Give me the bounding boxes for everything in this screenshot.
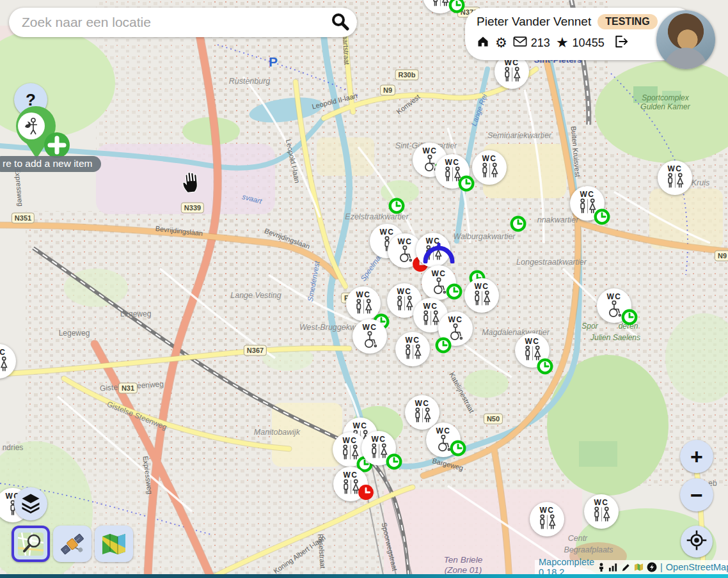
marker-male-female[interactable]: WC [658,160,692,195]
marker-clock-green[interactable] [510,215,526,232]
marker-wc-label: WC [353,422,368,430]
marker-wc-label: WC [607,293,622,301]
marker-wc-label: WC [668,165,683,173]
marker-male-female[interactable]: WC [333,467,368,501]
marker-wc-label: WC [343,437,358,444]
home-icon[interactable] [477,35,489,51]
zoom-in-button[interactable]: + [680,440,713,473]
add-item-tooltip: re to add a new item [0,156,101,172]
marker-male-female[interactable]: WC [464,278,499,313]
mapcomplete-app: Brugge- Sint-PietersRustenburgSint-Gilli… [0,0,728,578]
marker-male-female[interactable]: WC [530,502,564,536]
marker-male-female[interactable]: WC [361,431,396,465]
attribution-separator: | [660,562,663,572]
hand-cursor-icon [180,171,202,197]
marker-wc-label: WC [363,324,377,331]
marker-wc-label: WC [432,270,447,277]
messages-icon[interactable] [513,36,527,51]
search-bar [9,8,357,37]
marker-wc-label: WC [415,400,430,407]
search-input[interactable] [20,14,330,31]
marker-wc-label: WC [406,336,420,344]
testing-badge: TESTING [597,14,657,29]
marker-wheelchair[interactable]: WC [438,311,473,346]
marker-wc-label: WC [423,147,438,155]
zoom-out-button[interactable]: − [680,478,713,512]
marker-male-female[interactable]: WC [395,332,430,366]
marker-male-female[interactable]: WC [515,333,550,368]
badge-clock-green [386,453,402,470]
statistics-icon[interactable] [608,563,618,572]
geolocate-button[interactable] [681,526,713,558]
osm-link[interactable]: OpenStreetMap [666,562,728,572]
changeset-count[interactable]: 10455 [573,36,605,50]
marker-wc-label: WC [380,228,395,236]
badge-clock-red [358,484,374,501]
badge-clock-green [435,337,452,354]
message-count[interactable]: 213 [531,36,550,50]
basemap-option-satellite[interactable] [53,526,91,562]
marker-wc-label: WC [398,238,413,246]
marker-male-female[interactable]: WC [346,286,381,321]
brand-progress-bar [0,574,728,578]
marker-wc-label: WC [445,159,460,166]
basemap-switcher [12,526,133,562]
badge-clock-green [621,309,638,325]
basemap-option-map-with-search[interactable] [12,526,50,562]
marker-wheelchair[interactable]: WC [422,265,456,300]
marker-wc-label: WC [397,288,412,295]
star-icon: ★ [556,35,569,51]
marker-male-female[interactable]: WC [0,344,16,379]
attribution-bar: Mapcomplete 0.18.2 | OpenStreetMap [535,560,728,574]
marker-wc-label: WC [482,155,497,162]
marker-clock-green[interactable] [458,175,475,192]
logout-icon[interactable] [614,35,628,51]
crosshair-icon [686,529,708,554]
search-icon[interactable] [330,12,349,33]
map-search-icon [17,531,45,557]
basemap-option-folded-map[interactable] [95,526,133,562]
layers-button[interactable] [14,487,47,520]
edit-pencil-icon[interactable] [621,563,631,572]
badge-clock-green [446,283,463,300]
badge-clock-green [450,440,466,457]
marker-arc-blue [422,243,455,263]
marker-wheelchair[interactable]: WC [426,423,461,457]
contributor-icon[interactable] [597,563,605,572]
marker-wc-label: WC [0,348,6,356]
badge-clock-green [448,0,465,13]
marker-male-female[interactable]: WC [472,150,507,185]
marker-wc-label: WC [344,471,358,479]
badge-clock-green [537,358,553,375]
badge-clock-green [594,208,610,225]
marker-wc-label: WC [580,191,595,198]
zoom-out-label: − [690,483,703,508]
satellite-icon [59,531,86,557]
marker-wc-label: WC [475,283,489,290]
marker-male-female[interactable]: WC [584,494,619,529]
marker-wc-label: WC [356,291,371,299]
marker-wheelchair[interactable]: WC [597,288,631,323]
marker-wc-label: WC [525,338,540,345]
marker-wheelchair[interactable]: WC [352,319,387,354]
marker-wc-label: WC [423,302,438,310]
user-name[interactable]: Pieter Vander Vennet [477,15,591,29]
marker-wc-label: WC [540,506,555,514]
markers-layer: WCWCWCWCWCWCWCWCWCWCWCWCWCWCWCWCWCWCWCWC… [0,0,728,578]
marker-wc-label: WC [448,316,463,324]
marker-wc-label: WC [436,427,451,435]
marker-wc-label: WC [372,435,386,443]
marker-clock-green[interactable] [388,198,405,214]
mapcomplete-logo-icon[interactable] [647,562,657,572]
zoom-in-label: + [690,444,703,469]
avatar[interactable] [656,10,715,69]
settings-gear-icon[interactable]: ⚙︎ [495,35,507,51]
community-index-icon[interactable] [634,563,644,572]
marker-male-female[interactable]: WC [423,0,457,13]
folded-map-icon [100,531,128,557]
marker-male-female[interactable]: WC [570,186,605,221]
layers-icon [19,491,42,517]
marker-wc-label: WC [594,499,609,506]
